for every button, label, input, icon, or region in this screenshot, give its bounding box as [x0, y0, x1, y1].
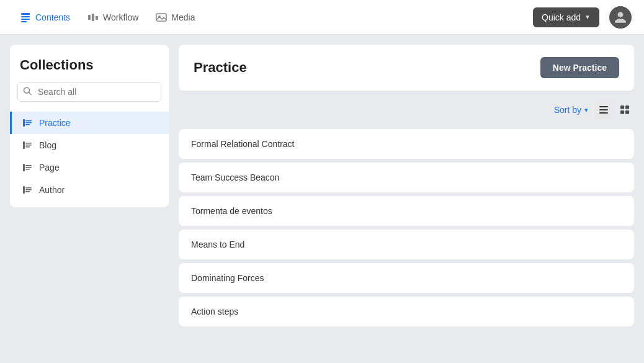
svg-rect-30 — [620, 105, 624, 109]
media-icon — [156, 12, 167, 23]
svg-rect-26 — [25, 191, 30, 192]
svg-rect-25 — [25, 189, 32, 190]
nav-item-contents-label: Contents — [35, 12, 70, 22]
sidebar-item-page-label: Page — [39, 163, 60, 173]
sort-by-button[interactable]: Sort by ▾ — [554, 105, 588, 115]
new-practice-button[interactable]: New Practice — [540, 57, 619, 78]
svg-rect-32 — [620, 110, 624, 114]
sidebar-item-author[interactable]: Author — [10, 179, 169, 201]
nav-item-workflow-label: Workflow — [103, 12, 138, 22]
svg-rect-28 — [599, 109, 608, 110]
svg-rect-12 — [25, 120, 32, 122]
svg-rect-27 — [599, 106, 608, 107]
svg-rect-4 — [88, 15, 91, 20]
list-item-title: Action steps — [191, 307, 238, 316]
nav-item-media[interactable]: Media — [148, 8, 202, 27]
sidebar-item-blog-label: Blog — [39, 140, 56, 150]
list-controls: Sort by ▾ — [179, 98, 634, 122]
list-item[interactable]: Team Success Beacon — [179, 163, 634, 192]
list-item-title: Dominating Forces — [191, 273, 264, 283]
sort-by-label: Sort by — [554, 105, 581, 115]
svg-rect-5 — [92, 14, 94, 21]
nav-item-workflow[interactable]: Workflow — [80, 8, 146, 27]
svg-line-10 — [29, 92, 32, 95]
svg-rect-18 — [25, 146, 30, 148]
list-item-title: Tormenta de eventos — [191, 206, 272, 216]
svg-rect-17 — [25, 145, 32, 146]
svg-rect-0 — [21, 13, 30, 15]
contents-icon — [20, 12, 31, 23]
svg-rect-14 — [25, 124, 30, 125]
svg-rect-29 — [599, 112, 608, 114]
svg-rect-7 — [156, 14, 166, 21]
list-item-title: Team Success Beacon — [191, 173, 279, 182]
list-item[interactable]: Means to End — [179, 230, 634, 259]
svg-rect-33 — [625, 110, 629, 114]
sidebar-items: Practice Blog — [10, 108, 169, 201]
svg-rect-23 — [23, 186, 25, 194]
sidebar-item-page[interactable]: Page — [10, 156, 169, 179]
list-item[interactable]: Action steps — [179, 297, 634, 326]
list-item[interactable]: Formal Relational Contract — [179, 129, 634, 159]
view-toggle — [594, 101, 634, 119]
svg-rect-6 — [96, 16, 98, 20]
svg-rect-3 — [21, 21, 27, 22]
list-item-title: Means to End — [191, 240, 244, 249]
svg-rect-11 — [23, 119, 25, 127]
page-title: Practice — [194, 60, 247, 76]
collection-icon-page — [22, 162, 33, 173]
svg-rect-13 — [25, 122, 32, 123]
avatar[interactable] — [609, 6, 632, 29]
sidebar-item-blog[interactable]: Blog — [10, 134, 169, 156]
content-area: Practice New Practice Sort by ▾ — [179, 45, 634, 353]
grid-view-button[interactable] — [615, 101, 634, 119]
search-input[interactable] — [17, 82, 161, 102]
svg-rect-19 — [23, 164, 25, 171]
svg-rect-21 — [25, 167, 32, 168]
search-container — [17, 82, 161, 102]
svg-rect-2 — [21, 19, 30, 20]
items-list: Formal Relational Contract Team Success … — [179, 129, 634, 353]
list-item[interactable]: Dominating Forces — [179, 263, 634, 293]
workflow-icon — [87, 12, 99, 23]
svg-rect-1 — [21, 16, 30, 17]
nav-item-contents[interactable]: Contents — [12, 8, 78, 27]
main-content: Collections Pr — [0, 35, 644, 363]
sidebar-item-practice[interactable]: Practice — [10, 112, 169, 134]
list-item[interactable]: Tormenta de eventos — [179, 196, 634, 226]
top-navigation: Contents Workflow Media Quick add ▼ — [0, 0, 644, 35]
collection-icon-blog — [22, 140, 33, 151]
svg-rect-16 — [25, 143, 32, 144]
svg-rect-31 — [625, 105, 629, 109]
list-view-button[interactable] — [594, 101, 613, 119]
quick-add-button[interactable]: Quick add ▼ — [533, 7, 599, 27]
svg-rect-22 — [25, 169, 30, 170]
content-header: Practice New Practice — [179, 45, 634, 91]
sidebar-title: Collections — [10, 57, 169, 82]
sidebar-item-author-label: Author — [39, 185, 65, 195]
svg-rect-15 — [23, 141, 25, 149]
collection-icon-author — [22, 184, 33, 195]
search-icon — [23, 87, 32, 97]
quick-add-chevron: ▼ — [584, 14, 591, 20]
svg-rect-20 — [25, 165, 32, 166]
nav-item-media-label: Media — [171, 12, 195, 22]
quick-add-label: Quick add — [542, 12, 581, 22]
svg-rect-24 — [25, 187, 32, 189]
sidebar-item-practice-label: Practice — [39, 118, 71, 128]
sidebar: Collections Pr — [10, 45, 169, 207]
collection-icon-practice — [22, 117, 33, 128]
sort-by-chevron: ▾ — [584, 106, 588, 114]
list-item-title: Formal Relational Contract — [191, 139, 295, 149]
